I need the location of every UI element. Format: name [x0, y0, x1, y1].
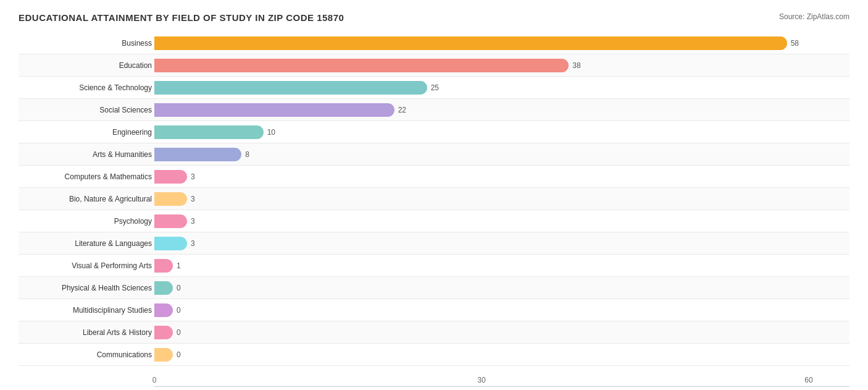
bar-label: Physical & Health Sciences: [19, 284, 154, 292]
bar-label: Business: [19, 39, 154, 48]
bar-label: Arts & Humanities: [19, 150, 154, 159]
bar-value-label: 3: [191, 239, 195, 248]
bar-label: Visual & Performing Arts: [19, 261, 154, 270]
bar-label: Psychology: [19, 217, 154, 226]
bar-row: Physical & Health Sciences0: [19, 277, 849, 299]
bar-fill: [154, 214, 187, 228]
bar-value-label: 3: [191, 217, 195, 226]
x-axis-tick: 30: [477, 376, 485, 384]
bar-container: 8: [154, 148, 849, 161]
chart-area: Business58Education38Science & Technolog…: [19, 32, 849, 366]
bar-row: Psychology3: [19, 210, 849, 232]
bar-label: Literature & Languages: [19, 239, 154, 248]
bar-label: Bio, Nature & Agricultural: [19, 195, 154, 203]
bar-container: 38: [154, 59, 849, 72]
bar-container: 10: [154, 125, 849, 139]
bar-label: Science & Technology: [19, 83, 154, 92]
bar-row: Social Sciences22: [19, 99, 849, 121]
bar-label: Computers & Mathematics: [19, 172, 154, 181]
bar-fill: [154, 125, 264, 139]
bar-row: Science & Technology25: [19, 77, 849, 99]
bar-container: 25: [154, 81, 849, 95]
bar-value-label: 10: [267, 128, 275, 137]
bar-fill: [154, 36, 787, 50]
bar-label: Liberal Arts & History: [19, 328, 154, 337]
x-axis-tick: 60: [804, 376, 812, 384]
bar-value-label: 38: [572, 61, 580, 70]
bar-fill: [154, 303, 173, 317]
bar-container: 3: [154, 214, 849, 228]
bar-row: Literature & Languages3: [19, 232, 849, 255]
bar-fill: [154, 192, 187, 206]
bar-value-label: 0: [177, 328, 181, 337]
bar-row: Education38: [19, 54, 849, 77]
bar-fill: [154, 259, 173, 273]
bar-row: Liberal Arts & History0: [19, 321, 849, 344]
bar-value-label: 22: [398, 106, 406, 114]
bar-value-label: 8: [245, 150, 249, 159]
bar-label: Multidisciplinary Studies: [19, 306, 154, 315]
chart-title: EDUCATIONAL ATTAINMENT BY FIELD OF STUDY…: [19, 12, 344, 23]
bar-row: Business58: [19, 32, 849, 54]
bar-fill: [154, 281, 173, 295]
bar-value-label: 3: [191, 172, 195, 181]
bar-fill: [154, 237, 187, 250]
bar-row: Communications0: [19, 344, 849, 366]
bar-container: 0: [154, 326, 849, 339]
bar-value-label: 1: [177, 261, 181, 270]
bar-label: Education: [19, 61, 154, 70]
bar-row: Engineering10: [19, 121, 849, 143]
source-label: Source: ZipAtlas.com: [779, 12, 849, 21]
bar-label: Social Sciences: [19, 106, 154, 114]
bar-label: Communications: [19, 350, 154, 359]
bar-value-label: 58: [791, 39, 799, 48]
bar-fill: [154, 170, 187, 184]
bar-container: 3: [154, 237, 849, 250]
bar-container: 3: [154, 192, 849, 206]
x-axis-tick: 0: [152, 376, 157, 384]
bar-fill: [154, 348, 173, 362]
bar-container: 0: [154, 348, 849, 362]
bar-value-label: 0: [177, 350, 181, 359]
bar-row: Bio, Nature & Agricultural3: [19, 188, 849, 210]
bar-row: Arts & Humanities8: [19, 143, 849, 166]
bar-value-label: 0: [177, 306, 181, 315]
bar-fill: [154, 59, 569, 72]
bar-container: 58: [154, 36, 849, 50]
bar-container: 3: [154, 170, 849, 184]
bar-label: Engineering: [19, 128, 154, 137]
bar-row: Visual & Performing Arts1: [19, 255, 849, 277]
bar-container: 1: [154, 259, 849, 273]
bar-fill: [154, 326, 173, 339]
bar-container: 22: [154, 103, 849, 117]
bar-fill: [154, 103, 394, 117]
bar-value-label: 0: [177, 284, 181, 292]
bar-value-label: 3: [191, 195, 195, 203]
bar-fill: [154, 148, 241, 161]
bar-row: Computers & Mathematics3: [19, 166, 849, 188]
bar-container: 0: [154, 303, 849, 317]
bar-row: Multidisciplinary Studies0: [19, 299, 849, 321]
bar-value-label: 25: [431, 83, 439, 92]
bar-container: 0: [154, 281, 849, 295]
bar-fill: [154, 81, 427, 95]
